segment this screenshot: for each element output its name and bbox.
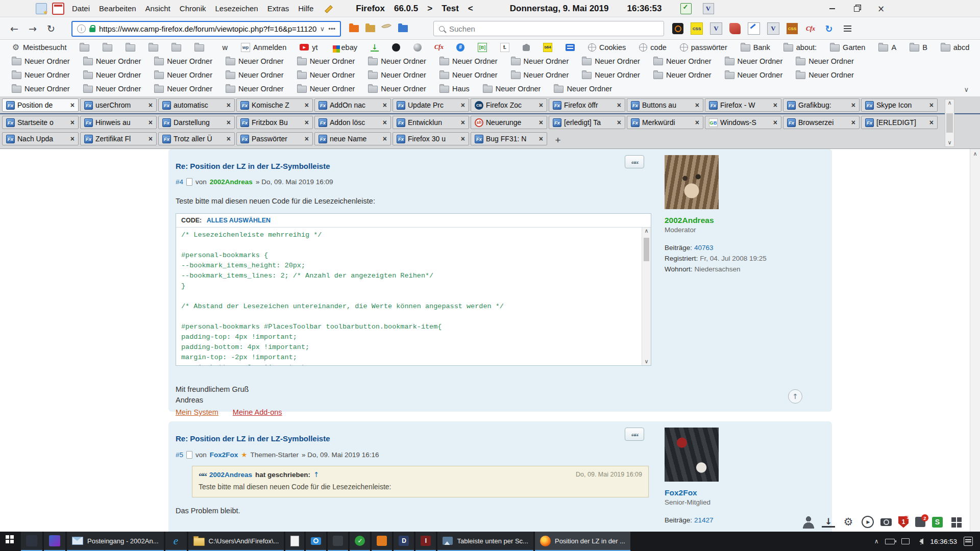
profile-name[interactable]: Fox2Fox <box>665 488 823 497</box>
network-icon[interactable] <box>901 538 910 544</box>
taskbar-button[interactable] <box>415 532 436 551</box>
menu-item[interactable]: Ansicht <box>141 1 175 16</box>
addon-icon[interactable] <box>672 23 683 34</box>
addon-icon[interactable] <box>691 22 703 35</box>
browser-tab[interactable]: neue Name× <box>314 132 391 145</box>
addon-icon[interactable] <box>767 22 779 35</box>
browser-tab[interactable]: Darstellung× <box>158 116 235 129</box>
bookmark-item[interactable]: Neuer Ordner <box>290 84 362 93</box>
tab-close-icon[interactable]: × <box>149 101 153 109</box>
code-scrollbar[interactable]: ∧ ∨ <box>642 228 651 365</box>
bookmark-item[interactable]: Neuer Ordner <box>148 84 219 93</box>
menu-item[interactable]: Chronik <box>175 1 211 16</box>
bookmark-item[interactable]: Cookies <box>581 43 632 52</box>
taskbar-button[interactable]: C:\Users\Andi\Firefox\... <box>188 532 284 551</box>
tab-close-icon[interactable]: × <box>695 118 699 127</box>
bookmark-item[interactable]: Neuer Ordner <box>718 57 790 65</box>
browser-tab[interactable]: automatisc× <box>158 98 235 112</box>
tab-close-icon[interactable]: × <box>383 118 387 127</box>
tab-close-icon[interactable]: × <box>461 135 465 143</box>
bookmark-item[interactable]: about: <box>777 43 823 52</box>
taskbar-button[interactable] <box>372 532 392 551</box>
browser-tab[interactable]: [erledigt] Ta× <box>549 116 625 129</box>
bookmark-item[interactable]: Neuer Ordner <box>148 70 219 79</box>
scroll-up-icon[interactable]: ∧ <box>644 228 648 235</box>
bookmark-item[interactable]: Neuer Ordner <box>718 70 790 79</box>
speaker-icon[interactable] <box>916 538 923 544</box>
calendar-check-icon[interactable] <box>680 3 692 14</box>
browser-tab[interactable]: Browserzei× <box>783 116 860 129</box>
bookmark-item[interactable]: Garten <box>823 43 872 52</box>
bookmark-item[interactable]: A <box>872 43 903 52</box>
bookmark-item[interactable]: Neuer Ordner <box>476 84 548 93</box>
status-icon[interactable] <box>932 517 943 528</box>
tab-close-icon[interactable]: × <box>773 118 777 127</box>
bookmark-item[interactable]: abcd <box>934 43 976 52</box>
browser-tab[interactable]: Bug FF31: N× <box>471 132 547 145</box>
menu-item[interactable]: Hilfe <box>293 1 318 16</box>
bookmark-item[interactable]: Neuer Ordner <box>77 57 148 65</box>
tab-close-icon[interactable]: × <box>617 101 621 109</box>
search-bar[interactable]: Suchen <box>433 21 664 36</box>
start-button[interactable] <box>0 532 19 551</box>
bookmark-item[interactable]: Neuer Ordner <box>219 57 290 65</box>
quoted-author-link[interactable]: 2002Andreas <box>209 471 252 479</box>
taskbar-button[interactable] <box>306 532 326 551</box>
bookmark-item[interactable]: B <box>903 43 934 52</box>
quote-button[interactable] <box>625 428 644 441</box>
code-body[interactable]: ∧ ∨ /* Lesezeichenleiste mehrreihig */#p… <box>176 228 651 365</box>
bookmark-item[interactable] <box>407 43 428 52</box>
bookmark-item[interactable]: Neuer Ordner <box>433 70 504 79</box>
bookmark-item[interactable]: Neuer Ordner <box>647 70 718 79</box>
bookmark-item[interactable]: w <box>211 43 234 52</box>
taskbar-button[interactable] <box>285 532 304 551</box>
bookmark-item[interactable]: Neuer Ordner <box>504 57 576 65</box>
bookmark-item[interactable] <box>450 43 471 52</box>
tab-close-icon[interactable]: × <box>695 101 699 109</box>
bookmark-item[interactable] <box>142 43 165 52</box>
addon-icon[interactable] <box>710 22 722 35</box>
scroll-down-icon[interactable]: ∨ <box>644 358 648 365</box>
back-button[interactable]: ← <box>5 23 23 34</box>
tab-close-icon[interactable]: × <box>70 135 75 143</box>
select-all-link[interactable]: ALLES AUSWÄHLEN <box>207 217 271 224</box>
bookmark-item[interactable] <box>364 43 385 52</box>
forward-button[interactable]: → <box>23 23 42 34</box>
bookmark-item[interactable]: passwörter <box>673 43 734 52</box>
browser-tab[interactable]: Firefox Zoc× <box>471 98 547 112</box>
status-icon[interactable] <box>880 518 892 526</box>
tab-close-icon[interactable]: × <box>305 101 309 109</box>
menu-item[interactable]: Datei <box>67 1 94 16</box>
tab-close-icon[interactable]: × <box>305 118 309 127</box>
bookmark-item[interactable]: Neuer Ordner <box>789 70 861 79</box>
status-icon[interactable] <box>822 516 835 528</box>
bookmark-item[interactable]: Neuer Ordner <box>5 84 77 93</box>
bookmark-item[interactable]: Neuer Ordner <box>148 57 219 65</box>
tab-close-icon[interactable]: × <box>305 135 309 143</box>
browser-tab[interactable]: Fritzbox Bu× <box>236 116 313 129</box>
browser-tab[interactable]: Trotz aller Ü× <box>158 132 235 145</box>
bookmark-item[interactable]: Neuer Ordner <box>789 57 861 65</box>
scroll-up-icon[interactable]: ∧ <box>970 151 980 158</box>
tab-close-icon[interactable]: × <box>929 101 934 109</box>
bookmarks-overflow-icon[interactable]: ∨ <box>964 86 969 93</box>
browser-tab[interactable]: AddOn nac× <box>314 98 391 112</box>
browser-tab[interactable]: Update Prc× <box>393 98 469 112</box>
status-icon[interactable]: 2 <box>915 517 925 527</box>
browser-tab[interactable]: Skype Icon× <box>861 98 938 112</box>
tab-close-icon[interactable]: × <box>539 118 543 127</box>
bookmark-item[interactable]: Neuer Ordner <box>219 70 290 79</box>
taskbar-button[interactable] <box>350 532 370 551</box>
battery-icon[interactable] <box>885 539 895 544</box>
page-info-icon[interactable]: i <box>77 24 86 33</box>
tab-close-icon[interactable]: × <box>227 118 231 127</box>
author-link[interactable]: 2002Andreas <box>210 178 253 186</box>
browser-tab[interactable]: Neuerunge× <box>471 116 547 129</box>
browser-tab[interactable]: Hinweis au× <box>80 116 157 129</box>
bookmark-item[interactable]: Neuer Ordner <box>219 84 290 93</box>
url-bar[interactable]: i https://www.camp-firefox.de/forum/view… <box>71 21 341 37</box>
taskbar-button[interactable]: Posteingang - 2002An... <box>67 532 164 551</box>
minimize-button[interactable] <box>820 0 844 17</box>
toolbar-icon[interactable] <box>365 25 375 32</box>
tab-close-icon[interactable]: × <box>149 118 153 127</box>
